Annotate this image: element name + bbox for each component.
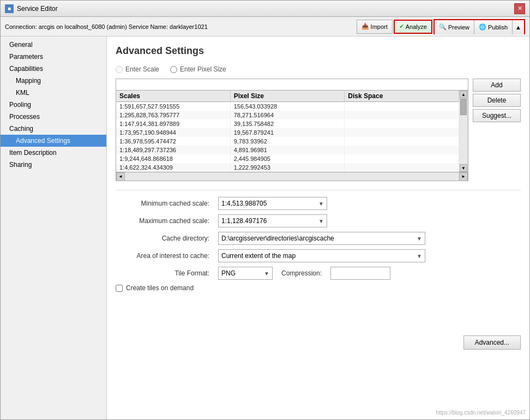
sidebar: General Parameters Capabilities Mapping …	[1, 37, 107, 419]
divider	[116, 190, 521, 190]
sidebar-item-processes[interactable]: Processes	[1, 111, 106, 123]
max-cached-scale-label: Maximum cached scale:	[116, 217, 214, 225]
sidebar-item-mapping[interactable]: Mapping	[1, 75, 106, 87]
scrollbar-up-arrow[interactable]: ▲	[460, 91, 467, 98]
cell-scale-2: 1:147,914,381.897889	[116, 119, 231, 128]
enter-pixel-size-radio-label[interactable]: Enter Pixel Size	[170, 65, 226, 73]
sidebar-item-advanced-settings[interactable]: Advanced Settings	[1, 135, 106, 147]
cell-scale-7: 1:4,622,324.434309	[116, 163, 231, 172]
create-tiles-checkbox[interactable]	[116, 285, 123, 292]
col-header-disk-space: Disk Space	[345, 91, 459, 101]
table-row[interactable]: 1:36,978,595.4744729,783.93962	[116, 137, 459, 146]
sidebar-item-parameters[interactable]: Parameters	[1, 51, 106, 63]
cache-directory-chevron-down-icon: ▼	[417, 236, 422, 242]
enter-scale-radio-label[interactable]: Enter Scale	[116, 65, 159, 73]
cell-pixel-4: 9,783.93962	[231, 137, 345, 146]
table-row[interactable]: 1:18,489,297.7372364,891.96981	[116, 146, 459, 154]
area-of-interest-select[interactable]: Current extent of the map ▼	[218, 249, 425, 262]
create-tiles-label: Create tiles on demand	[126, 284, 194, 292]
scales-container: Scales Pixel Size Disk Space 1:591,657,5…	[116, 79, 521, 181]
scale-input-field[interactable]	[116, 79, 468, 91]
area-of-interest-value: Current extent of the map	[221, 252, 296, 260]
suggest-button[interactable]: Suggest...	[473, 109, 521, 122]
horiz-scroll-left-arrow[interactable]: ◄	[116, 172, 125, 181]
area-of-interest-chevron-down-icon: ▼	[417, 253, 422, 259]
cell-disk-1	[345, 111, 459, 119]
app-icon: ■	[5, 4, 14, 13]
table-row[interactable]: 1:147,914,381.89788939,135.758482	[116, 119, 459, 128]
table-row[interactable]: 1:4,622,324.4343091,222.992453	[116, 163, 459, 172]
tile-format-select[interactable]: PNG ▼	[218, 267, 273, 280]
import-button[interactable]: 📥 Import	[357, 20, 393, 34]
scrollbar-track	[460, 98, 467, 164]
delete-button[interactable]: Delete	[473, 94, 521, 107]
cache-directory-row: Cache directory: D:\arcgisserver\directo…	[116, 232, 521, 245]
table-row[interactable]: 1:295,828,763.79577778,271.516964	[116, 111, 459, 119]
table-header: Scales Pixel Size Disk Space	[116, 91, 459, 102]
col-header-pixel-size: Pixel Size	[231, 91, 345, 101]
tile-format-value: PNG	[221, 269, 236, 277]
content-area: General Parameters Capabilities Mapping …	[1, 37, 529, 419]
scrollbar-down-arrow[interactable]: ▼	[460, 164, 467, 172]
advanced-button[interactable]: Advanced...	[463, 335, 521, 350]
title-bar-left: ■ Service Editor	[5, 4, 58, 13]
table-row[interactable]: 1:9,244,648.8686182,445.984905	[116, 154, 459, 163]
window-title: Service Editor	[17, 5, 58, 13]
cell-scale-5: 1:18,489,297.737236	[116, 146, 231, 154]
table-container: Scales Pixel Size Disk Space 1:591,657,5…	[116, 91, 459, 172]
cell-pixel-0: 156,543.033928	[231, 102, 345, 111]
title-bar: ■ Service Editor ✕	[1, 1, 529, 17]
max-cached-scale-row: Maximum cached scale: 1:1,128.497176 ▼	[116, 214, 521, 227]
cell-disk-0	[345, 102, 459, 111]
toolbar-buttons: 📥 Import ✔ Analyze 🔍 Preview 🌐 Publish ▲	[357, 19, 525, 34]
add-button[interactable]: Add	[473, 79, 521, 92]
sidebar-item-sharing[interactable]: Sharing	[1, 159, 106, 171]
close-button[interactable]: ✕	[514, 3, 525, 14]
publish-button[interactable]: 🌐 Publish	[474, 20, 513, 34]
enter-scale-radio[interactable]	[116, 66, 123, 73]
horizontal-scrollbar[interactable]: ◄ ►	[116, 172, 468, 181]
tile-format-label: Tile Format:	[116, 269, 214, 277]
compression-input[interactable]	[330, 267, 390, 280]
cell-scale-0: 1:591,657,527.591555	[116, 102, 231, 111]
scales-table-wrapper: Scales Pixel Size Disk Space 1:591,657,5…	[116, 79, 468, 172]
sidebar-item-kml[interactable]: KML	[1, 87, 106, 99]
enter-pixel-size-radio[interactable]	[170, 66, 177, 73]
max-cached-scale-select[interactable]: 1:1,128.497176 ▼	[218, 214, 327, 227]
table-scrollbar[interactable]: ▲ ▼	[459, 91, 468, 172]
min-cached-scale-chevron-down-icon: ▼	[318, 201, 324, 207]
analyze-button[interactable]: ✔ Analyze	[394, 20, 432, 34]
sidebar-item-capabilities[interactable]: Capabilities	[1, 63, 106, 75]
min-cached-scale-select[interactable]: 1:4,513.988705 ▼	[218, 197, 327, 210]
table-section: Scales Pixel Size Disk Space 1:591,657,5…	[116, 79, 468, 181]
area-of-interest-label: Area of interest to cache:	[116, 252, 214, 260]
min-cached-scale-row: Minimum cached scale: 1:4,513.988705 ▼	[116, 197, 521, 210]
import-icon: 📥	[362, 23, 369, 30]
watermark-text: https://blog.csdn.net/walxin_4260947	[436, 410, 526, 416]
min-cached-scale-value: 1:4,513.988705	[221, 200, 267, 207]
import-label: Import	[371, 23, 388, 30]
sidebar-item-general[interactable]: General	[1, 39, 106, 51]
sidebar-item-pooling[interactable]: Pooling	[1, 99, 106, 111]
table-row[interactable]: 1:591,657,527.591555156,543.033928	[116, 102, 459, 111]
col-header-scales: Scales	[116, 91, 231, 101]
table-row[interactable]: 1:73,957,190.94894419,567.879241	[116, 128, 459, 137]
more-button[interactable]: ▲	[513, 20, 524, 34]
horiz-scroll-track	[125, 173, 459, 181]
sidebar-item-caching[interactable]: Caching	[1, 123, 106, 135]
preview-button[interactable]: 🔍 Preview	[435, 20, 474, 34]
table-with-scroll: Scales Pixel Size Disk Space 1:591,657,5…	[116, 91, 468, 172]
tile-format-chevron-down-icon: ▼	[264, 271, 269, 277]
cell-pixel-3: 19,567.879241	[231, 128, 345, 137]
scrollbar-thumb[interactable]	[460, 99, 467, 115]
cell-disk-3	[345, 128, 459, 137]
sidebar-item-item-description[interactable]: Item Description	[1, 147, 106, 159]
horiz-scroll-right-arrow[interactable]: ►	[459, 172, 468, 181]
cell-pixel-1: 78,271.516964	[231, 111, 345, 119]
cache-directory-label: Cache directory:	[116, 235, 214, 242]
cache-directory-select[interactable]: D:\arcgisserver\directories\arcgiscache …	[218, 232, 425, 245]
cell-pixel-7: 1,222.992453	[231, 163, 345, 172]
cell-disk-4	[345, 137, 459, 146]
min-cached-scale-label: Minimum cached scale:	[116, 200, 214, 207]
cell-pixel-5: 4,891.96981	[231, 146, 345, 154]
